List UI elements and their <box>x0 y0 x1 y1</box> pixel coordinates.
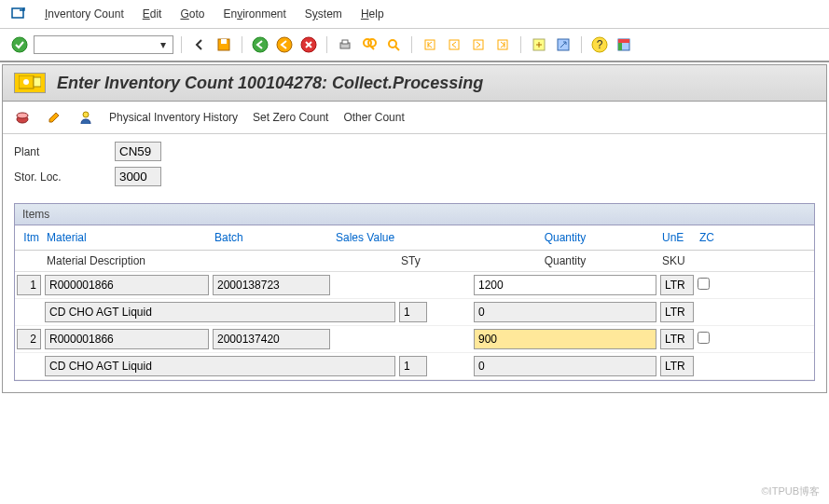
quantity-field[interactable] <box>474 275 656 295</box>
nav-exit-icon[interactable] <box>274 34 295 55</box>
zc-checkbox[interactable] <box>698 278 710 290</box>
col-material: Material <box>43 231 211 244</box>
svg-point-11 <box>389 40 396 48</box>
quantity2-field[interactable] <box>474 302 656 322</box>
doc-overview-icon[interactable] <box>14 109 31 126</box>
find-next-icon[interactable] <box>383 34 404 55</box>
layout-icon[interactable] <box>614 34 634 55</box>
svg-point-24 <box>23 79 29 85</box>
table-subheader-row: Material Description STy Quantity SKU <box>15 251 814 272</box>
items-table: Itm Material Batch Sales Value Quantity … <box>15 225 814 380</box>
svg-point-1 <box>12 37 27 52</box>
stor-loc-field[interactable] <box>115 167 161 186</box>
next-page-icon[interactable] <box>468 34 489 55</box>
table-row <box>15 299 814 326</box>
itm-field[interactable] <box>17 275 41 295</box>
page-title: Enter Inventory Count 100104278: Collect… <box>57 74 483 93</box>
shortcut-icon[interactable] <box>553 34 573 55</box>
une2-field[interactable] <box>660 356 694 376</box>
command-input[interactable] <box>34 35 173 54</box>
svg-rect-3 <box>221 39 227 44</box>
items-panel: Items Itm Material Batch Sales Value Qua… <box>14 203 815 381</box>
other-count-button[interactable]: Other Count <box>343 111 404 124</box>
nav-back-icon[interactable] <box>250 34 270 55</box>
table-header-row: Itm Material Batch Sales Value Quantity … <box>15 225 814 251</box>
col-quantity: Quantity <box>472 231 658 244</box>
une-field[interactable] <box>660 329 694 349</box>
desc-field[interactable] <box>45 302 395 322</box>
col-mat-desc: Material Description <box>43 254 397 267</box>
table-row <box>15 353 814 380</box>
plant-field[interactable] <box>115 142 161 161</box>
desc-field[interactable] <box>45 356 395 376</box>
itm-field[interactable] <box>17 329 41 349</box>
sty-field[interactable] <box>399 302 427 322</box>
print-icon[interactable] <box>335 34 355 55</box>
svg-rect-25 <box>34 77 41 87</box>
svg-rect-13 <box>449 40 459 49</box>
svg-rect-21 <box>618 39 629 43</box>
svg-text:?: ? <box>597 38 603 51</box>
col-sty: STy <box>397 254 472 267</box>
menu-help[interactable]: Help <box>361 7 384 20</box>
col-sku: SKU <box>658 254 710 267</box>
transaction-icon[interactable] <box>14 73 46 93</box>
back-icon[interactable] <box>189 34 210 55</box>
menu-goto[interactable]: Goto <box>180 7 204 20</box>
help-icon[interactable]: ? <box>589 34 610 55</box>
quantity-field[interactable] <box>474 329 656 349</box>
col-sales-value: Sales Value <box>332 231 444 244</box>
person-icon[interactable] <box>77 109 94 126</box>
app-menu-icon[interactable] <box>11 7 26 20</box>
cancel-icon[interactable] <box>298 34 319 55</box>
first-page-icon[interactable] <box>420 34 440 55</box>
une-field[interactable] <box>660 275 694 295</box>
batch-field[interactable] <box>213 329 330 349</box>
title-bar: Enter Inventory Count 100104278: Collect… <box>3 65 826 102</box>
toolbar: ▾ ? <box>0 29 829 62</box>
menu-system[interactable]: System <box>305 7 342 20</box>
svg-point-4 <box>253 37 268 52</box>
prev-page-icon[interactable] <box>444 34 464 55</box>
action-bar: Physical Inventory History Set Zero Coun… <box>3 102 826 134</box>
content-panel: Enter Inventory Count 100104278: Collect… <box>2 64 827 393</box>
plant-label: Plant <box>14 145 107 158</box>
save-icon[interactable] <box>214 34 234 55</box>
table-row <box>15 326 814 353</box>
zc-checkbox[interactable] <box>698 332 710 344</box>
svg-rect-12 <box>425 40 435 49</box>
svg-rect-14 <box>474 40 483 49</box>
items-header: Items <box>15 204 814 225</box>
find-icon[interactable] <box>359 34 380 55</box>
col-une: UnE <box>658 231 696 244</box>
zero-count-button[interactable]: Set Zero Count <box>253 111 328 124</box>
sty-field[interactable] <box>399 356 427 376</box>
history-button[interactable]: Physical Inventory History <box>109 111 238 124</box>
col-quantity2: Quantity <box>472 254 658 267</box>
material-field[interactable] <box>45 329 209 349</box>
col-itm: Itm <box>15 231 43 244</box>
new-session-icon[interactable] <box>529 34 549 55</box>
svg-rect-15 <box>498 40 507 49</box>
table-row <box>15 272 814 299</box>
menubar: IInventory Countnventory Count Edit Goto… <box>0 0 829 29</box>
quantity2-field[interactable] <box>474 356 656 376</box>
last-page-icon[interactable] <box>492 34 513 55</box>
material-field[interactable] <box>45 275 209 295</box>
form-area: Plant Stor. Loc. <box>3 134 826 199</box>
dropdown-icon[interactable]: ▾ <box>160 38 166 51</box>
une2-field[interactable] <box>660 302 694 322</box>
svg-point-28 <box>83 112 89 117</box>
menu-edit[interactable]: Edit <box>143 7 162 20</box>
menu-inventory[interactable]: IInventory Countnventory Count <box>45 7 124 20</box>
svg-rect-22 <box>618 43 622 50</box>
col-batch: Batch <box>211 231 332 244</box>
enter-icon[interactable] <box>9 34 30 55</box>
svg-rect-8 <box>342 40 348 44</box>
edit-icon[interactable] <box>46 109 62 126</box>
col-zc: ZC <box>696 231 719 244</box>
svg-point-27 <box>17 113 28 118</box>
menu-environment[interactable]: Environment <box>223 7 285 20</box>
batch-field[interactable] <box>213 275 330 295</box>
svg-point-5 <box>277 37 292 52</box>
